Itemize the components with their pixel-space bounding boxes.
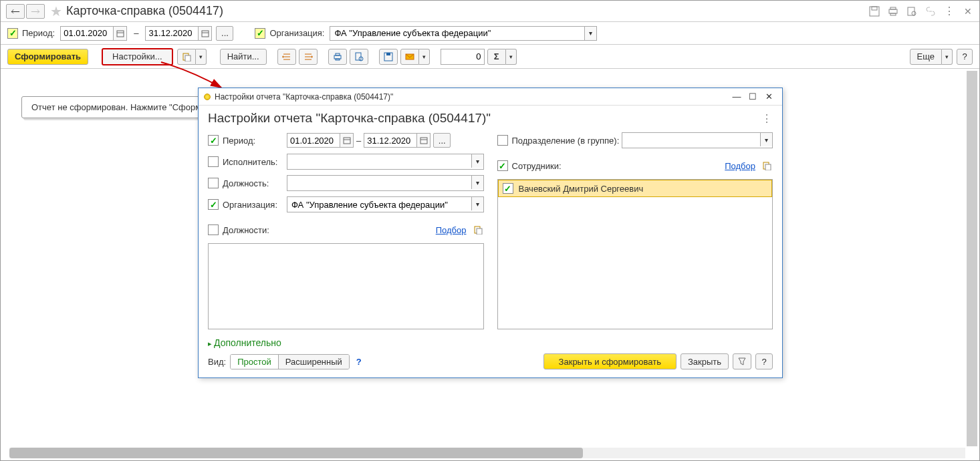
chevron-down-icon[interactable]: ▾	[506, 49, 517, 65]
sigma-icon[interactable]: Σ	[487, 49, 506, 65]
horizontal-scrollbar[interactable]	[9, 448, 965, 458]
chevron-down-icon[interactable]: ▾	[942, 49, 953, 65]
employees-pick-link[interactable]: Подбор	[725, 161, 755, 171]
expand-button[interactable]	[277, 49, 296, 65]
paste-icon[interactable]	[472, 224, 484, 236]
more-button[interactable]: Еще ▾	[910, 49, 953, 65]
calendar-icon[interactable]	[416, 134, 430, 147]
print-button[interactable]	[328, 49, 347, 65]
executor-field[interactable]: ▾	[287, 154, 484, 170]
position-field[interactable]: ▾	[287, 175, 484, 191]
sigma-button[interactable]: Σ ▾	[487, 49, 517, 65]
close-icon[interactable]: ✕	[962, 5, 974, 17]
calendar-icon[interactable]	[340, 134, 353, 147]
executor-checkbox[interactable]	[208, 156, 219, 167]
org-field[interactable]: ▾	[330, 26, 597, 41]
positions-pick-link[interactable]: Подбор	[436, 225, 467, 235]
nav-back-button[interactable]: 🡐	[6, 4, 25, 19]
org-checkbox[interactable]	[255, 28, 265, 39]
view-help-icon[interactable]: ?	[354, 357, 364, 367]
link-icon[interactable]	[925, 5, 937, 17]
close-and-form-button[interactable]: Закрыть и сформировать	[543, 353, 677, 369]
org-label: Организация:	[269, 28, 324, 38]
dialog-org-input[interactable]	[287, 197, 471, 212]
form-button[interactable]: Сформировать	[7, 49, 88, 65]
period-checkbox[interactable]	[7, 28, 18, 39]
close-button[interactable]: Закрыть	[681, 353, 729, 369]
dropdown-icon[interactable]: ▾	[471, 197, 483, 210]
dialog-date-to-field[interactable]	[364, 133, 431, 148]
positions-listbox[interactable]	[208, 243, 484, 329]
svg-rect-0	[870, 7, 879, 16]
insert-button[interactable]: ▾	[177, 49, 207, 65]
minimize-icon[interactable]: —	[729, 90, 745, 104]
paste-icon[interactable]	[761, 160, 773, 172]
position-input[interactable]	[287, 176, 471, 190]
employees-listbox[interactable]: Вачевский Дмитрий Сергеевич	[497, 179, 773, 329]
settings-button[interactable]: Настройки...	[102, 48, 173, 65]
dialog-date-from-field[interactable]	[287, 133, 354, 148]
svg-rect-9	[202, 31, 209, 37]
dialog-date-to-input[interactable]	[364, 134, 416, 147]
filter-icon-button[interactable]	[733, 353, 751, 369]
svg-rect-3	[890, 7, 896, 9]
dropdown-icon[interactable]: ▾	[584, 27, 596, 40]
close-icon[interactable]: ✕	[761, 90, 777, 104]
positions-checkbox[interactable]	[208, 224, 219, 235]
date-from-field[interactable]	[60, 26, 127, 41]
view-simple-button[interactable]: Простой	[231, 355, 278, 369]
employees-checkbox[interactable]	[497, 160, 508, 171]
calendar-icon[interactable]	[113, 27, 126, 40]
dialog-org-field[interactable]: ▾	[287, 196, 484, 212]
more-label[interactable]: Еще	[910, 49, 942, 65]
maximize-icon[interactable]: ☐	[745, 90, 761, 104]
view-label: Вид:	[208, 357, 226, 367]
executor-input[interactable]	[287, 154, 471, 169]
dialog-help-button[interactable]: ?	[755, 353, 773, 369]
date-to-input[interactable]	[146, 27, 198, 40]
dialog-period-checkbox[interactable]	[208, 135, 219, 146]
email-icon[interactable]	[400, 49, 419, 65]
number-field[interactable]	[441, 49, 485, 65]
vertical-scrollbar[interactable]	[967, 71, 977, 446]
org-input[interactable]	[330, 27, 584, 40]
dept-checkbox[interactable]	[497, 135, 508, 146]
chevron-down-icon[interactable]: ▾	[196, 49, 207, 65]
find-button[interactable]: Найти...	[220, 49, 267, 65]
kebab-icon[interactable]: ⋮	[943, 5, 955, 17]
svg-rect-22	[356, 53, 361, 60]
svg-rect-25	[386, 53, 390, 55]
view-extended-button[interactable]: Расширенный	[278, 355, 349, 369]
list-item[interactable]: Вачевский Дмитрий Сергеевич	[498, 180, 773, 197]
svg-point-6	[912, 11, 916, 15]
dialog-org-checkbox[interactable]	[208, 199, 219, 210]
additional-toggle[interactable]: Дополнительно	[208, 337, 773, 348]
employee-checkbox[interactable]	[503, 183, 513, 194]
dialog-period-label: Период:	[223, 136, 287, 146]
dialog-date-from-input[interactable]	[287, 134, 340, 147]
dept-field[interactable]: ▾	[622, 132, 773, 148]
dropdown-icon[interactable]: ▾	[471, 176, 483, 189]
favorite-star-icon[interactable]: ★	[50, 3, 62, 19]
dialog-period-more[interactable]: ...	[433, 133, 451, 148]
help-button[interactable]: ?	[957, 49, 973, 65]
calendar-icon[interactable]	[198, 27, 211, 40]
save-icon[interactable]	[868, 5, 880, 17]
dropdown-icon[interactable]: ▾	[760, 133, 772, 146]
save-button[interactable]	[379, 49, 398, 65]
date-from-input[interactable]	[61, 27, 113, 40]
dropdown-icon[interactable]: ▾	[471, 154, 483, 168]
chevron-down-icon[interactable]: ▾	[419, 49, 430, 65]
collapse-button[interactable]	[299, 49, 318, 65]
position-checkbox[interactable]	[208, 178, 219, 188]
print-icon[interactable]	[887, 5, 899, 17]
kebab-icon[interactable]: ⋮	[761, 112, 773, 124]
dept-input[interactable]	[622, 133, 761, 148]
preview-button[interactable]	[350, 49, 368, 65]
period-more-button[interactable]: ...	[216, 26, 233, 41]
paste-icon[interactable]	[177, 49, 196, 65]
preview-icon[interactable]	[906, 5, 918, 17]
nav-forward-button[interactable]: 🡒	[26, 4, 45, 19]
date-to-field[interactable]	[145, 26, 212, 41]
email-button[interactable]: ▾	[400, 49, 430, 65]
